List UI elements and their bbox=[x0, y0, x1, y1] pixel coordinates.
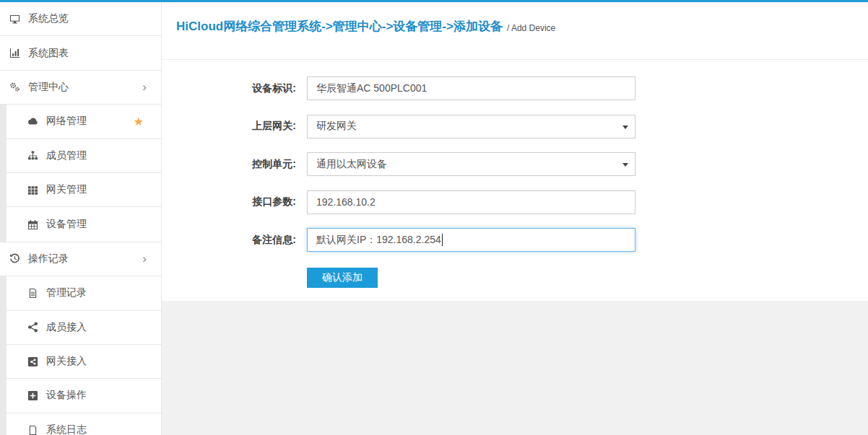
sidebar-item-label: 操作记录 bbox=[28, 252, 69, 265]
form-row: 设备标识: bbox=[162, 76, 868, 100]
sidebar-item-member-access[interactable]: 成员接入 bbox=[6, 311, 161, 345]
interface-params-input[interactable] bbox=[307, 190, 635, 214]
add-device-form: 设备标识: 上层网关: 研发网关 控制单元: 通用以太网设备 bbox=[162, 60, 868, 301]
plus-square-icon bbox=[27, 390, 42, 401]
sidebar-item-label: 设备管理 bbox=[46, 218, 87, 231]
cloud-icon bbox=[27, 116, 42, 127]
text-caret bbox=[442, 234, 443, 246]
operation-records-submenu: 管理记录 成员接入 网关接入 bbox=[0, 276, 161, 435]
star-icon[interactable]: ★ bbox=[134, 115, 144, 128]
sidebar-item-label: 网关接入 bbox=[46, 355, 87, 368]
grid-icon bbox=[27, 185, 42, 195]
sidebar-item-device-operations[interactable]: 设备操作 bbox=[6, 379, 161, 413]
management-center-submenu: 网络管理 ★ 成员管理 网关管理 bbox=[0, 105, 161, 242]
form-row: 备注信息: 默认网关IP：192.168.2.254 bbox=[162, 228, 868, 252]
bar-chart-icon bbox=[9, 48, 24, 58]
gears-icon bbox=[9, 82, 24, 92]
sidebar-item-label: 设备操作 bbox=[46, 389, 87, 402]
chevron-right-icon: › bbox=[142, 252, 147, 265]
device-id-label: 设备标识: bbox=[162, 82, 296, 95]
sidebar-item-management-records[interactable]: 管理记录 bbox=[6, 276, 161, 310]
form-row: 上层网关: 研发网关 bbox=[162, 115, 868, 139]
sidebar-item-system-overview[interactable]: 系统总览 bbox=[0, 2, 161, 36]
form-row: 接口参数: bbox=[162, 190, 868, 214]
sidebar-item-label: 网络管理 bbox=[46, 115, 87, 128]
sidebar-item-label: 系统日志 bbox=[46, 423, 87, 435]
sidebar-item-gateway-management[interactable]: 网关管理 bbox=[6, 173, 161, 207]
upper-gateway-select[interactable]: 研发网关 bbox=[307, 115, 635, 139]
dropdown-arrow-icon bbox=[622, 126, 628, 129]
dropdown-arrow-icon bbox=[622, 163, 628, 167]
interface-params-label: 接口参数: bbox=[162, 195, 296, 208]
sidebar-item-member-management[interactable]: 成员管理 bbox=[6, 139, 161, 173]
sidebar-item-management-center[interactable]: 管理中心 › bbox=[0, 71, 161, 105]
remark-label: 备注信息: bbox=[162, 234, 296, 247]
file-text-icon bbox=[27, 288, 42, 299]
history-icon bbox=[9, 253, 24, 264]
select-value: 通用以太网设备 bbox=[316, 158, 387, 171]
sidebar-item-device-management[interactable]: 设备管理 bbox=[6, 207, 161, 241]
confirm-add-button[interactable]: 确认添加 bbox=[307, 268, 378, 288]
content-background bbox=[162, 301, 868, 435]
breadcrumb: HiCloud网络综合管理系统->管理中心->设备管理->添加设备 bbox=[176, 18, 503, 35]
sidebar-item-gateway-access[interactable]: 网关接入 bbox=[6, 345, 161, 379]
remark-input[interactable]: 默认网关IP：192.168.2.254 bbox=[307, 228, 635, 252]
page-header: HiCloud网络综合管理系统->管理中心->设备管理->添加设备 / Add … bbox=[162, 2, 868, 60]
sidebar-item-label: 管理记录 bbox=[46, 286, 87, 299]
chevron-right-icon: › bbox=[142, 81, 147, 93]
share-square-icon bbox=[27, 356, 42, 367]
select-value: 研发网关 bbox=[316, 120, 357, 133]
sidebar-item-label: 管理中心 bbox=[28, 81, 69, 94]
control-unit-label: 控制单元: bbox=[162, 158, 296, 171]
sidebar-item-system-logs[interactable]: 系统日志 bbox=[6, 413, 161, 435]
control-unit-select[interactable]: 通用以太网设备 bbox=[307, 152, 635, 176]
share-icon bbox=[27, 322, 42, 333]
sitemap-icon bbox=[27, 150, 42, 161]
page: 系统总览 系统图表 管理中心 › 网络 bbox=[0, 0, 868, 435]
sidebar-item-label: 系统总览 bbox=[28, 12, 69, 25]
remark-value: 默认网关IP：192.168.2.254 bbox=[316, 229, 441, 251]
sidebar: 系统总览 系统图表 管理中心 › 网络 bbox=[0, 2, 162, 435]
sidebar-item-network-management[interactable]: 网络管理 ★ bbox=[6, 105, 161, 139]
sidebar-item-system-charts[interactable]: 系统图表 bbox=[0, 36, 161, 70]
sidebar-item-operation-records[interactable]: 操作记录 › bbox=[0, 242, 161, 276]
sidebar-item-label: 成员管理 bbox=[46, 149, 87, 162]
breadcrumb-subtitle: / Add Device bbox=[507, 20, 555, 33]
upper-gateway-label: 上层网关: bbox=[162, 120, 296, 133]
desktop-icon bbox=[9, 14, 24, 25]
sidebar-item-label: 成员接入 bbox=[46, 321, 87, 334]
device-id-input[interactable] bbox=[307, 76, 635, 100]
form-row: 控制单元: 通用以太网设备 bbox=[162, 152, 868, 176]
main-content: HiCloud网络综合管理系统->管理中心->设备管理->添加设备 / Add … bbox=[162, 2, 868, 435]
calendar-icon bbox=[27, 219, 42, 230]
sidebar-item-label: 网关管理 bbox=[46, 183, 87, 196]
file-icon bbox=[27, 425, 42, 435]
sidebar-item-label: 系统图表 bbox=[28, 47, 69, 60]
